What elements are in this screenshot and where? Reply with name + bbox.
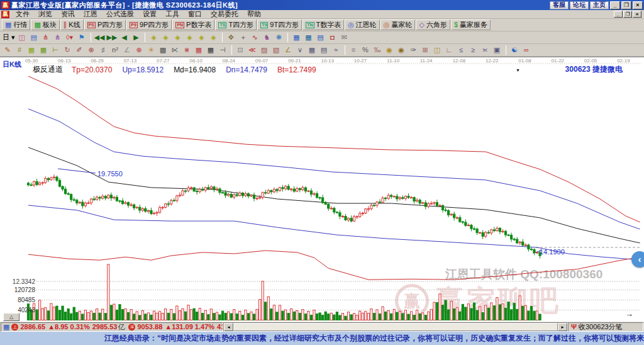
scrollbar-left-button[interactable]: ◂ xyxy=(224,323,233,331)
gann-grid-icon[interactable]: # xyxy=(14,45,25,55)
circle-cross-icon[interactable]: ⊕ xyxy=(86,45,97,55)
quote-sheet-icon[interactable]: ▤ xyxy=(28,32,40,43)
gann-wheel-button[interactable]: ◎江恩轮 xyxy=(345,20,380,30)
calculator-icon[interactable]: ▦ xyxy=(303,32,314,43)
zoom-out-icon[interactable]: ◈ xyxy=(208,32,219,43)
prev-bar-icon[interactable]: ◀ xyxy=(118,32,130,43)
menu-item-settings[interactable]: 设置 xyxy=(138,9,161,19)
minimize-button[interactable]: _ xyxy=(610,1,620,9)
t9-square-button[interactable]: T99T四方形 xyxy=(257,20,302,30)
winner-wheel-button[interactable]: ◎赢家轮 xyxy=(380,20,416,30)
table-tool-icon[interactable]: ⊞ xyxy=(419,45,431,55)
mdi-close-button[interactable]: × xyxy=(633,11,641,18)
memo-icon[interactable]: ▤ xyxy=(314,32,326,43)
menu-item-tools[interactable]: 工具 xyxy=(161,9,184,19)
brush-icon[interactable]: ✑ xyxy=(408,45,419,55)
menu-item-window[interactable]: 窗口 xyxy=(184,9,206,19)
smart-analysis-icon[interactable]: ❋ xyxy=(273,32,284,43)
quote-grid-icon[interactable]: ▦ xyxy=(3,324,9,331)
measure-icon[interactable]: ⊣ xyxy=(217,45,228,55)
zoom-v-icon[interactable]: ◈ xyxy=(184,32,195,43)
gold-box-icon[interactable]: ◫ xyxy=(431,45,443,55)
grid-lines-icon[interactable]: ♯ xyxy=(97,45,109,55)
grid4-icon[interactable]: ▤ xyxy=(318,45,330,55)
close-button[interactable]: × xyxy=(633,1,643,9)
kline-button[interactable]: ∥K线 xyxy=(60,20,84,30)
f-lower-icon[interactable]: ≤ xyxy=(455,45,467,55)
menu-item-formula-picker[interactable]: 公式选股 xyxy=(102,9,138,19)
support-link[interactable]: 客服 xyxy=(550,1,569,9)
angle-icon[interactable]: ∠ xyxy=(121,45,133,55)
n2-icon[interactable]: n² xyxy=(109,45,121,55)
window-tool-icon[interactable]: ⊡ xyxy=(235,45,246,55)
permille-icon[interactable]: ‰ xyxy=(372,45,383,55)
intraday-chart-icon[interactable]: ◫ xyxy=(16,32,28,43)
save-icon[interactable]: ◘ xyxy=(326,32,338,43)
zoom-h-icon[interactable]: ◈ xyxy=(172,32,183,43)
p-square-button[interactable]: PSP四方形 xyxy=(84,20,126,30)
fan-red-icon[interactable]: ⋇ xyxy=(181,45,192,55)
p9-square-button[interactable]: P99P四方形 xyxy=(126,20,172,30)
menu-item-help[interactable]: 帮助 xyxy=(243,9,265,19)
scrollbar-thumb[interactable] xyxy=(233,323,558,331)
last-bar-icon[interactable]: ▶▶ xyxy=(106,32,118,43)
forum-link[interactable]: 论坛 xyxy=(570,1,589,9)
taiji-icon[interactable]: ☯ xyxy=(509,45,520,55)
homepage-link[interactable]: 主页 xyxy=(590,1,609,9)
star-burst-icon[interactable]: ✳ xyxy=(145,45,157,55)
menu-item-info[interactable]: 资讯 xyxy=(57,9,79,19)
gann-robot-icon[interactable]: ♞ xyxy=(261,32,272,43)
p-table-button[interactable]: PNP数字表 xyxy=(172,20,214,30)
zoom-right-icon[interactable]: ◈ xyxy=(160,32,171,43)
t-square-button[interactable]: TST四方形 xyxy=(215,20,257,30)
target-icon[interactable]: ⊕ xyxy=(133,45,145,55)
sectors-button[interactable]: ▩板块 xyxy=(31,20,59,30)
winner-service-button[interactable]: $赢家服务 xyxy=(451,20,491,30)
menu-item-gann[interactable]: 江恩 xyxy=(79,9,102,19)
candle-type-icon[interactable]: ◊▾ xyxy=(64,32,75,43)
box-fill-icon[interactable]: ▨ xyxy=(258,45,270,55)
horizontal-scrollbar[interactable]: ◂ ▸ xyxy=(223,322,568,332)
percent-icon[interactable]: % xyxy=(360,45,371,55)
shade-box-icon[interactable]: ▩ xyxy=(157,45,169,55)
menu-item-file[interactable]: 文件 xyxy=(11,9,34,19)
gann-box2-icon[interactable]: ▦ xyxy=(38,45,49,55)
kline-alt-icon[interactable]: ⋔ xyxy=(52,32,64,43)
menu-item-trade[interactable]: 交易委托 xyxy=(206,9,243,19)
calendar-icon[interactable]: ▦ xyxy=(291,32,302,43)
send-icon[interactable]: ✉ xyxy=(338,32,350,43)
menu-item-browse[interactable]: 浏览 xyxy=(34,9,57,19)
first-bar-icon[interactable]: ◀◀ xyxy=(94,32,106,43)
gann-box-icon[interactable]: ▦ xyxy=(26,45,37,55)
mdi-restore-button[interactable]: ❐ xyxy=(623,11,632,18)
zoom-in-icon[interactable]: ◈ xyxy=(196,32,207,43)
fan-grid-icon[interactable]: ▦ xyxy=(193,45,204,55)
ruler-icon[interactable]: ⊢ xyxy=(50,45,61,55)
check-line-icon[interactable]: ∨ xyxy=(294,45,306,55)
crosshair-tool-icon[interactable]: ＋ xyxy=(237,32,248,43)
hexagon-button[interactable]: ◇六角形 xyxy=(416,20,450,30)
angle2-icon[interactable]: ∠ xyxy=(282,45,294,55)
pen-tool-icon[interactable]: ✎ xyxy=(2,45,13,55)
scrollbar-right-button[interactable]: ▸ xyxy=(558,323,567,331)
kline-style-icon[interactable]: ⋔ xyxy=(40,32,52,43)
sidebar-collapse-button[interactable]: ‹ xyxy=(631,251,644,268)
grid-black-icon[interactable]: ▦ xyxy=(205,45,216,55)
arc-tool-icon[interactable]: ↻ xyxy=(62,45,73,55)
infinity-icon[interactable]: ∞ xyxy=(521,45,532,55)
mdi-minimize-button[interactable]: _ xyxy=(614,11,623,18)
waves-icon[interactable]: ≈ xyxy=(330,45,341,55)
gold-ratio2-icon[interactable]: ◉ xyxy=(396,45,407,55)
next-bar-icon[interactable]: ▶ xyxy=(130,32,142,43)
period-dropdown[interactable]: 日 ▾ xyxy=(2,32,16,43)
flag-icon[interactable]: ⚑ xyxy=(76,32,87,43)
f-upper-icon[interactable]: ≥ xyxy=(467,45,479,55)
seq-icon[interactable]: ≡ xyxy=(348,45,359,55)
k-mark-icon[interactable]: ⋉ xyxy=(169,45,180,55)
quotes-button[interactable]: ▦行情 xyxy=(2,20,30,30)
restore-button[interactable]: ❐ xyxy=(621,1,631,9)
rays-icon[interactable]: ≪ xyxy=(247,45,258,55)
kline-chart[interactable] xyxy=(0,57,644,322)
pane-toggle-button[interactable]: △ xyxy=(3,313,19,321)
gold-ratio-icon[interactable]: ◉ xyxy=(384,45,395,55)
